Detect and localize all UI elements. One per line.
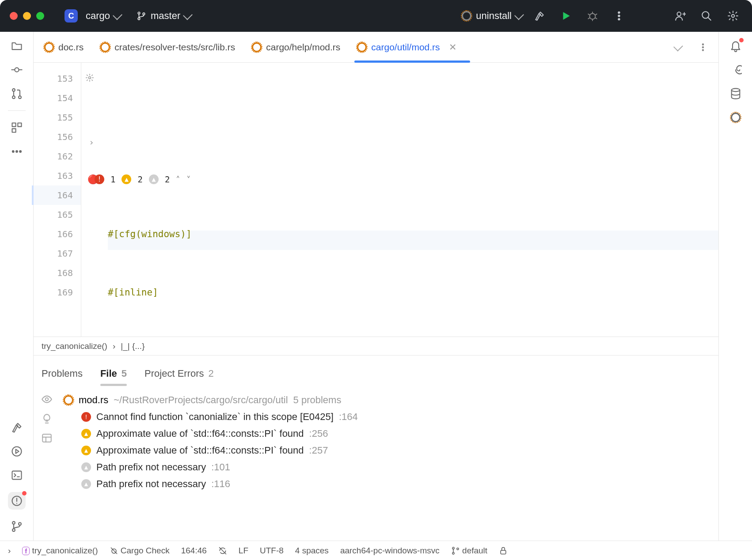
structure-tool-button[interactable] [10,121,24,135]
editor-tab[interactable]: doc.rs [44,32,84,62]
svg-point-26 [703,44,704,45]
chevron-right-icon[interactable]: › [8,546,11,556]
editor-tab[interactable]: cargo/help/mod.rs [252,32,340,62]
terminal-icon [11,469,23,481]
terminal-tool-button[interactable] [10,468,24,482]
editor-tab[interactable]: crates/resolver-tests/src/lib.rs [100,32,235,62]
problems-tab-file[interactable]: File5 [100,368,127,386]
problem-item[interactable]: ▲Path prefix not necessary:116 [60,476,718,492]
line-number[interactable]: 168 [34,263,81,283]
search-everywhere-button[interactable] [697,7,716,25]
line-number[interactable]: 164 [32,185,81,205]
svg-point-20 [12,447,21,456]
problem-item[interactable]: ▲Approximate value of `std::f64::consts:… [60,442,718,459]
bug-offline-icon [110,546,118,555]
status-function[interactable]: try_canonicalize() [32,546,98,555]
status-toolchain[interactable]: default [451,546,487,556]
project-selector[interactable]: cargo [86,10,121,22]
status-no-sync[interactable] [218,546,227,556]
breadcrumb-item[interactable]: |_| {...} [121,341,144,351]
editor-tab-active[interactable]: cargo/util/mod.rs✕ [357,32,456,62]
next-highlight-icon[interactable]: ˅ [186,170,191,189]
debug-button[interactable] [583,7,602,25]
close-window-icon[interactable] [10,12,18,20]
more-actions-button[interactable] [610,7,628,25]
svg-rect-21 [12,471,21,480]
line-number[interactable]: 162 [34,147,81,166]
line-number[interactable]: 154 [34,88,81,108]
problems-tab-project[interactable]: Project Errors2 [144,368,214,386]
status-target[interactable]: aarch64-pc-windows-msvc [340,546,440,556]
status-cargo-check[interactable]: Cargo Check [110,546,170,556]
status-line-sep[interactable]: LF [239,546,248,556]
line-number[interactable]: 163🔴 [34,166,81,185]
line-number[interactable]: 156› [34,127,81,147]
problem-item[interactable]: !Cannot find function `canonialize` in t… [60,409,718,425]
svg-point-7 [677,12,681,16]
line-number[interactable]: 169 [34,283,81,302]
line-number[interactable]: 166 [34,224,81,244]
run-tool-button[interactable] [10,444,24,458]
inspection-widget[interactable]: !1 ▲2 ▲2 ˄ ˅ [95,170,705,189]
problem-item[interactable]: ▲Path prefix not necessary:101 [60,459,718,476]
notifications-button[interactable] [729,39,743,53]
svg-rect-16 [12,129,15,132]
breadcrumbs[interactable]: try_canonicalize() › |_| {...} [34,337,718,355]
svg-point-32 [731,88,740,91]
line-number[interactable]: 165 [34,205,81,224]
layout-icon[interactable] [41,432,53,444]
build-button[interactable] [530,7,549,25]
eye-icon[interactable] [41,394,53,405]
problems-file-header[interactable]: mod.rs ~/RustRoverProjects/cargo/src/car… [60,392,718,409]
pull-requests-tool-button[interactable] [10,87,24,101]
more-tools-button[interactable] [10,144,24,159]
settings-button[interactable] [724,7,742,25]
file-name: mod.rs [79,394,108,406]
build-tool-button[interactable] [10,420,24,435]
problem-message: Cannot find function `canonialize` in th… [96,411,334,423]
project-tool-button[interactable] [10,39,24,53]
hammer-icon [11,421,23,434]
database-tool-button[interactable] [729,87,743,101]
problems-tool-button[interactable] [8,492,26,510]
status-cursor-position[interactable]: 164:46 [181,546,207,556]
code-with-me-button[interactable] [671,7,689,25]
run-config-selector[interactable]: uninstall [462,10,522,22]
status-encoding[interactable]: UTF-8 [260,546,284,556]
vcs-tool-button[interactable] [10,519,24,534]
svg-point-3 [590,14,596,19]
gutter: 153 154 155 156› 162 163🔴 164 165 166 16… [34,63,81,337]
spiral-icon [729,64,742,76]
code-area[interactable]: !1 ▲2 ▲2 ˄ ˅ #[cfg(windows)] #[inline] p… [81,63,718,337]
titlebar: C cargo master uninstall [0,0,752,32]
chevron-down-icon [114,13,121,19]
breadcrumb-item[interactable]: try_canonicalize() [42,341,107,351]
line-number[interactable]: 153 [34,69,81,88]
status-indent[interactable]: 4 spaces [295,546,329,556]
commit-tool-button[interactable] [10,63,24,77]
branch-selector[interactable]: master [137,10,191,22]
status-lock[interactable] [499,546,508,556]
more-vertical-icon[interactable] [698,42,708,52]
ai-assistant-button[interactable] [729,63,743,77]
chevron-down-icon[interactable] [675,44,681,50]
problem-item[interactable]: ▲Approximate value of `std::f64::consts:… [60,425,718,442]
problems-tab-problems[interactable]: Problems [42,368,83,386]
minimize-window-icon[interactable] [23,12,31,20]
maximize-window-icon[interactable] [36,12,44,20]
prev-highlight-icon[interactable]: ˄ [176,170,180,189]
line-number[interactable]: 155 [34,108,81,127]
search-icon [701,10,712,22]
run-button[interactable] [557,7,575,25]
problem-message: Path prefix not necessary [96,462,206,473]
hammer-icon [534,10,545,22]
gear-icon [727,10,739,22]
project-badge[interactable]: C [65,9,78,23]
rust-icon [100,42,110,52]
problems-list: mod.rs ~/RustRoverProjects/cargo/src/car… [60,386,718,541]
close-tab-icon[interactable]: ✕ [449,42,457,53]
cargo-tool-button[interactable] [729,110,743,125]
line-number[interactable]: 167 [34,244,81,263]
svg-rect-37 [501,550,506,554]
bulb-icon[interactable] [41,413,53,424]
